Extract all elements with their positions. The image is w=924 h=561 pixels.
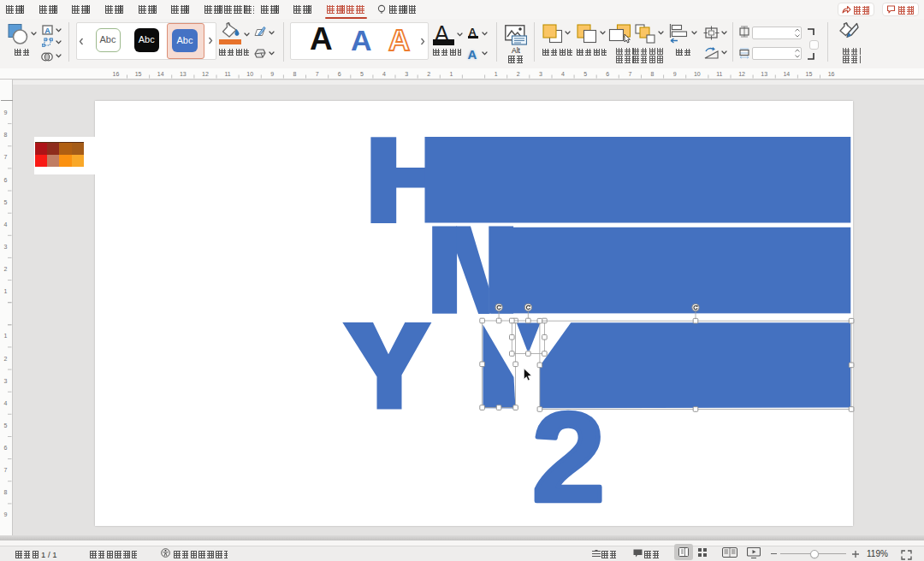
svg-text:2: 2 xyxy=(532,386,605,528)
